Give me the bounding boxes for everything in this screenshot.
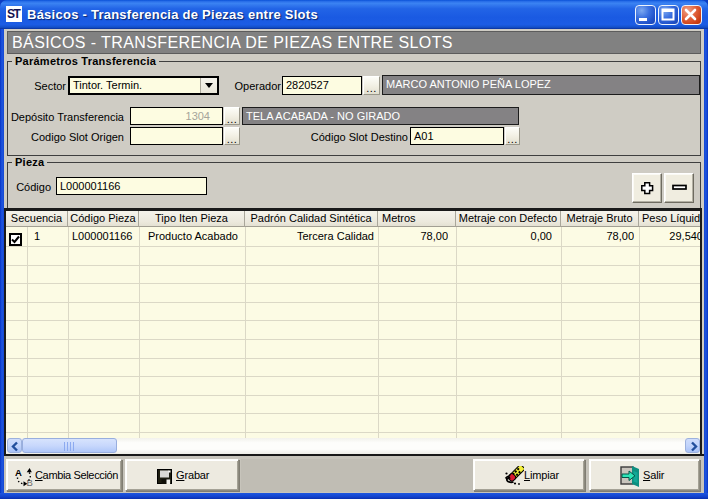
svg-text:A: A (15, 467, 22, 478)
svg-text:B: B (27, 477, 33, 487)
